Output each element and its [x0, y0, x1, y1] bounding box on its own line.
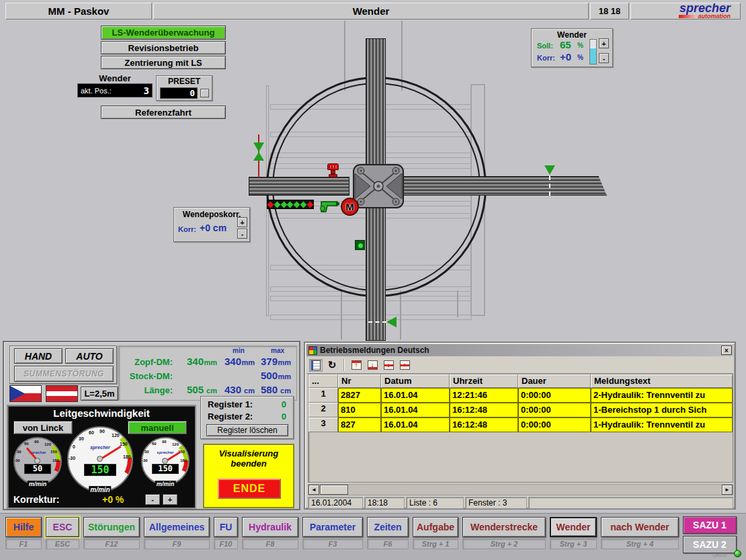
- austria-flag-icon: [46, 385, 78, 402]
- czech-flag-icon: [9, 385, 42, 402]
- position-marker-line: [368, 321, 386, 323]
- col-nr[interactable]: Nr: [338, 374, 381, 388]
- col-dauer[interactable]: Dauer: [518, 374, 591, 388]
- register2-label: Register 2:: [208, 411, 253, 422]
- fkey-allgemeines[interactable]: Allgemeines: [144, 517, 210, 537]
- speed-panel: Leitgeschwindigkeit von Linck manuell -3…: [7, 405, 196, 509]
- message-row[interactable]: 3 827 16.01.04 16:12:48 0:00:00 1-Hydrau…: [308, 417, 733, 432]
- summenstoerung-indicator: SUMMENSTÖRUNG: [14, 366, 114, 382]
- length-button[interactable]: L=2,5m: [81, 387, 118, 401]
- plant-title-label: MM - Paskov: [48, 5, 110, 17]
- scroll-prev-button[interactable]: ↑: [398, 359, 411, 372]
- col-dots[interactable]: ...: [308, 374, 338, 388]
- conveyor-left: [249, 177, 349, 196]
- keycap-f3: F3: [302, 538, 363, 549]
- bg-rail: [341, 290, 342, 339]
- gauge-brand: sprecher: [141, 450, 190, 454]
- keycap-strg2: Strg + 2: [462, 538, 546, 549]
- status-spacer: [528, 497, 733, 509]
- scroll-next-button[interactable]: ↓: [382, 359, 395, 372]
- revisionsbetrieb-button[interactable]: Revisionsbetrieb: [101, 41, 226, 54]
- emergency-stop-icon: [329, 174, 337, 177]
- messages-title: Betriebsmeldungen Deutsch: [320, 346, 429, 355]
- fkey-nach-wender[interactable]: nach Wender: [601, 517, 679, 537]
- actual-position-display: akt. Pos.: 3: [77, 83, 153, 97]
- referenzfahrt-button[interactable]: Referenzfahrt: [101, 106, 226, 119]
- valve-icon: [253, 143, 264, 152]
- preset-display[interactable]: 0: [160, 87, 198, 99]
- fkey-aufgabe[interactable]: Aufgabe: [413, 517, 458, 537]
- fkey-fu[interactable]: FU: [214, 517, 238, 537]
- scroll-prev-icon: ↑: [400, 360, 410, 370]
- korrektur-value: +0 %: [102, 494, 124, 505]
- scroll-left-arrow[interactable]: ◄: [308, 485, 319, 495]
- dimension-row: Länge: 505cm 430cm 580cm: [119, 383, 292, 397]
- hand-button[interactable]: HAND: [14, 348, 63, 364]
- speed-bar-gauge: [589, 39, 597, 65]
- brand-name: sprecher: [679, 3, 731, 13]
- korrektur-plus-button[interactable]: +: [163, 494, 177, 505]
- zentrierung-button[interactable]: Zentrierung mit LS: [101, 56, 226, 69]
- scroll-first-icon: ↑: [351, 360, 362, 370]
- conveyor-right: [400, 176, 607, 196]
- wendepos-plus-button[interactable]: +: [237, 217, 247, 227]
- message-row[interactable]: 2 810 16.01.04 16:12:48 0:00:00 1-Bereic…: [308, 403, 733, 417]
- scroll-right-arrow[interactable]: ►: [722, 485, 733, 495]
- scrollbar-thumb[interactable]: [320, 485, 348, 495]
- korrektur-minus-button[interactable]: -: [145, 494, 160, 505]
- sazu2-button[interactable]: SAZU 2: [683, 536, 737, 553]
- gauge-display: 50: [24, 464, 51, 474]
- revision-label: Revisionsbetrieb: [128, 43, 199, 53]
- status-time: 18:18: [364, 497, 405, 509]
- auto-button[interactable]: AUTO: [65, 348, 114, 364]
- plus-icon: +: [602, 40, 606, 48]
- fkey-stoerungen[interactable]: Störungen: [83, 517, 140, 537]
- messages-toolbar: ↻ ↑ ↓ ↓ ↑: [306, 357, 733, 374]
- message-row[interactable]: 1 2827 16.01.04 12:21:46 0:00:00 2-Hydra…: [308, 388, 733, 403]
- message-list-button[interactable]: [309, 359, 323, 372]
- korr-label: Korr:: [537, 54, 555, 62]
- keycap-f10: F10: [214, 538, 238, 549]
- refresh-button[interactable]: ↻: [325, 359, 339, 372]
- register-clear-button[interactable]: Register löschen: [206, 424, 288, 436]
- fkey-zeiten[interactable]: Zeiten: [367, 517, 409, 537]
- soll-minus-button[interactable]: -: [599, 53, 609, 63]
- list-icon: [311, 360, 321, 370]
- gauge-brand: sprecher: [67, 445, 133, 450]
- page-title-label: Wender: [353, 5, 390, 17]
- col-meldungstext[interactable]: Meldungstext: [591, 374, 733, 388]
- soll-label: Soll:: [537, 42, 553, 50]
- soll-plus-button[interactable]: +: [599, 38, 609, 48]
- fkey-esc[interactable]: ESC: [46, 517, 79, 537]
- close-icon: ×: [724, 347, 729, 354]
- wender-speed-panel: Wender Soll: 65 % Korr: +0 % + -: [531, 28, 613, 67]
- brand-logo: sprecher automation: [630, 3, 741, 19]
- fkey-hilfe[interactable]: Hilfe: [5, 517, 42, 537]
- ls-wenderueberwachung-button[interactable]: LS-Wenderüberwachung: [101, 26, 226, 40]
- col-uhrzeit[interactable]: Uhrzeit: [450, 374, 518, 388]
- fkey-wender[interactable]: Wender: [550, 517, 597, 537]
- ls-label: LS-Wenderüberwachung: [112, 28, 215, 38]
- preset-set-button[interactable]: [200, 89, 209, 97]
- fkey-hydraulik[interactable]: Hydraulik: [242, 517, 298, 537]
- messages-titlebar[interactable]: Betriebsmeldungen Deutsch: [306, 344, 733, 356]
- fkey-parameter[interactable]: Parameter: [302, 517, 363, 537]
- ende-button[interactable]: ENDE: [218, 479, 281, 499]
- col-datum[interactable]: Datum: [381, 374, 450, 388]
- sazu1-button[interactable]: SAZU 1: [683, 516, 737, 534]
- status-liste: Liste : 6: [406, 497, 464, 509]
- speed-title: Leitgeschwindigkeit: [8, 407, 195, 419]
- dimension-row: Zopf-DM: 340mm 340mm 379mm: [119, 355, 292, 368]
- horizontal-scrollbar[interactable]: ◄ ►: [308, 484, 733, 495]
- status-date: 16.01.2004: [308, 497, 363, 509]
- fkey-wenderstrecke[interactable]: Wenderstrecke: [462, 517, 546, 537]
- refresh-icon: ↻: [328, 359, 337, 371]
- close-button[interactable]: ×: [721, 346, 732, 355]
- keycap-f6: F6: [367, 538, 409, 549]
- wendepos-minus-button[interactable]: -: [237, 229, 247, 239]
- status-fenster: Fenster : 3: [465, 497, 527, 509]
- scroll-first-button[interactable]: ↑: [349, 359, 363, 372]
- scroll-last-button[interactable]: ↓: [366, 359, 379, 372]
- minus-icon: -: [603, 54, 606, 63]
- light-barrier-strip: [267, 200, 314, 209]
